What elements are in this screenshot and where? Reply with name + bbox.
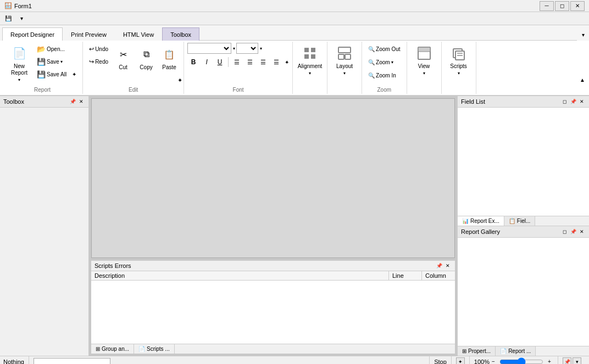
- layout-button[interactable]: Layout ▾: [331, 43, 358, 80]
- field-list-close-button[interactable]: ✕: [578, 98, 586, 105]
- report-gallery-tab-report[interactable]: 📄 Report ...: [496, 346, 536, 356]
- report-group-label: Report: [2, 87, 82, 93]
- open-button[interactable]: 📂 Open...: [34, 43, 79, 55]
- save-arrow: ▾: [60, 59, 63, 64]
- scripts-arrow: ▾: [458, 71, 460, 76]
- add-button[interactable]: ✦: [456, 357, 465, 365]
- font-size-select[interactable]: [236, 43, 258, 54]
- tab-print-preview[interactable]: Print Preview: [63, 27, 115, 41]
- scripts-table: Description Line Column: [91, 271, 455, 344]
- underline-button[interactable]: U: [214, 57, 226, 68]
- alignment-icon: [301, 44, 319, 62]
- tab-html-view[interactable]: HTML View: [115, 27, 162, 41]
- alignment-button[interactable]: Alignment ▾: [296, 43, 324, 80]
- align-left-button[interactable]: ☰: [231, 57, 243, 68]
- align-center-button[interactable]: ☰: [244, 57, 256, 68]
- scripts-footer-tab-group[interactable]: ⊞ Group an...: [91, 344, 134, 354]
- zoom-decrease-button[interactable]: −: [490, 358, 497, 365]
- redo-row: ↪ Redo: [86, 55, 111, 68]
- redo-button[interactable]: ↪ Redo: [86, 55, 111, 68]
- report-ex-icon: 📊: [462, 218, 469, 224]
- undo-button[interactable]: ↩ Undo: [86, 43, 111, 55]
- scripts-col-line: Line: [389, 271, 422, 280]
- stop-label: Stop: [434, 359, 447, 365]
- quick-access-toolbar: 💾 ▾: [0, 12, 589, 25]
- restore-button[interactable]: ◻: [555, 1, 569, 11]
- design-canvas[interactable]: [91, 98, 455, 258]
- zoom-increase-button[interactable]: +: [546, 358, 553, 365]
- scripts-close-button[interactable]: ✕: [444, 262, 452, 270]
- expand-status-button[interactable]: ▾: [573, 357, 581, 365]
- redo-icon: ↪: [89, 58, 94, 65]
- svg-rect-4: [338, 47, 351, 53]
- report-gallery-close-button[interactable]: ✕: [578, 228, 586, 236]
- field-list-content: [458, 108, 589, 216]
- report-gallery-restore-button[interactable]: ◻: [560, 228, 568, 236]
- main-area: Toolbox 📌 ✕ Scripts Errors 📌 ✕ Descripti…: [0, 96, 589, 356]
- font-style-row: B I U ☰ ☰ ☰ ☰ ✦: [187, 57, 289, 68]
- save-all-button[interactable]: 💾 Save All ✦: [34, 68, 79, 80]
- zoom-button[interactable]: 🔍 Zoom ▾: [365, 56, 396, 68]
- undo-icon: ↩: [89, 46, 94, 53]
- status-add-section: ✦: [456, 356, 470, 364]
- ribbon-collapse-button[interactable]: ▲: [578, 75, 587, 84]
- close-button[interactable]: ✕: [570, 1, 585, 11]
- scripts-pin-button[interactable]: 📌: [435, 262, 443, 270]
- svg-rect-6: [345, 54, 351, 59]
- new-report-button[interactable]: 📄 New Report ▾: [5, 43, 33, 84]
- field-list-title: Field List: [461, 98, 485, 105]
- cut-button[interactable]: ✂ Cut: [112, 44, 134, 77]
- field-list-header: Field List ◻ 📌 ✕: [458, 96, 589, 108]
- toolbox-controls: 📌 ✕: [69, 98, 85, 105]
- scripts-col-description: Description: [91, 271, 389, 280]
- ribbon-group-zoom: 🔍 Zoom Out 🔍 Zoom ▾ 🔍 Zoom In Zoom: [362, 42, 407, 94]
- report-gallery-title: Report Gallery: [461, 228, 500, 235]
- view-button[interactable]: View ▾: [410, 43, 438, 80]
- zoom-group-label: Zoom: [362, 87, 406, 93]
- toolbox-close-button[interactable]: ✕: [77, 98, 85, 105]
- zoom-arrow: ▾: [391, 60, 393, 65]
- paste-button[interactable]: 📋 Paste: [158, 44, 180, 77]
- zoom-icon: 🔍: [368, 59, 375, 65]
- zoom-out-icon: 🔍: [368, 46, 375, 52]
- field-list-pin-button[interactable]: 📌: [569, 98, 577, 105]
- tab-toolbox[interactable]: Toolbox: [162, 27, 199, 41]
- zoom-out-button[interactable]: 🔍 Zoom Out: [365, 43, 403, 55]
- align-right-button[interactable]: ☰: [257, 57, 269, 68]
- qa-dropdown-button[interactable]: ▾: [15, 13, 27, 24]
- tab-report-designer[interactable]: Report Designer: [2, 27, 63, 41]
- report-small-buttons: 📂 Open... 💾 Save ▾ 💾 Save All ✦: [34, 43, 79, 80]
- pin-status-button[interactable]: 📌: [563, 357, 571, 365]
- italic-button[interactable]: I: [201, 57, 213, 68]
- canvas-area: Scripts Errors 📌 ✕ Description Line Colu…: [89, 96, 457, 356]
- save-button[interactable]: 💾 Save ▾: [34, 55, 79, 68]
- status-field[interactable]: [34, 358, 110, 365]
- report-gallery-header: Report Gallery ◻ 📌 ✕: [458, 226, 589, 238]
- font-extra-icon: ✦: [285, 59, 289, 65]
- field-list-tab-report-ex[interactable]: 📊 Report Ex...: [458, 216, 504, 226]
- font-name-arrow: ▾: [233, 46, 235, 51]
- zoom-slider[interactable]: [499, 359, 543, 365]
- zoom-in-button[interactable]: 🔍 Zoom In: [365, 69, 399, 81]
- window-title: Form1: [14, 3, 540, 9]
- toolbox-pin-button[interactable]: 📌: [69, 98, 76, 105]
- scripts-footer-tab-scripts[interactable]: 📄 Scripts ...: [134, 344, 175, 354]
- report-gallery-pin-button[interactable]: 📌: [569, 228, 577, 236]
- bold-button[interactable]: B: [187, 57, 199, 68]
- qa-save-button[interactable]: 💾: [2, 13, 14, 24]
- font-size-arrow: ▾: [260, 46, 262, 51]
- report-gallery-icon: 📄: [500, 348, 507, 354]
- field-list-restore-button[interactable]: ◻: [560, 98, 568, 105]
- ribbon-options-button[interactable]: ▾: [577, 29, 589, 41]
- copy-button[interactable]: ⧉ Copy: [135, 44, 157, 77]
- font-family-select[interactable]: [187, 43, 231, 54]
- right-panels: Field List ◻ 📌 ✕ 📊 Report Ex... 📋 Fiel..…: [457, 96, 589, 356]
- field-list-tab-fiel[interactable]: 📋 Fiel...: [504, 216, 535, 226]
- scripts-col-headers: Description Line Column: [91, 271, 455, 281]
- scripts-button[interactable]: Scripts ▾: [445, 43, 473, 80]
- minimize-button[interactable]: ─: [540, 1, 554, 11]
- status-text-section: Nothing: [3, 356, 29, 364]
- align-justify-button[interactable]: ☰: [270, 57, 282, 68]
- report-gallery-tab-propert[interactable]: ⊞ Propert...: [458, 346, 496, 356]
- ribbon-group-alignment: Alignment ▾: [293, 42, 327, 94]
